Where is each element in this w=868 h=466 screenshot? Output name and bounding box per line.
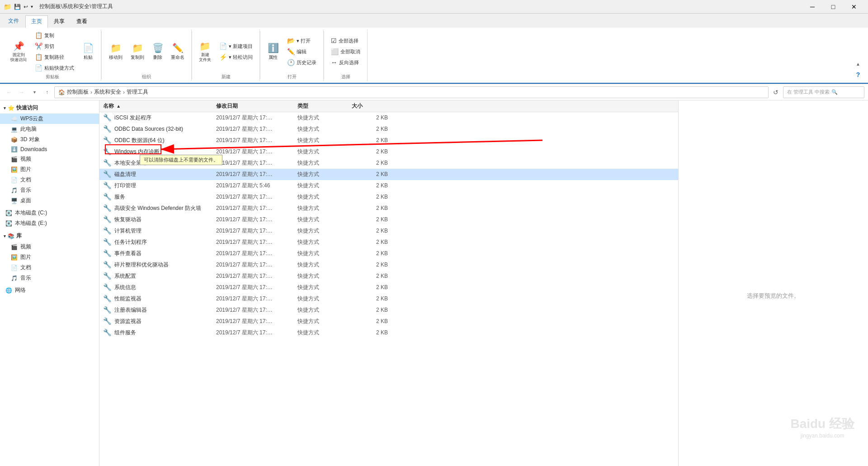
select-all-button[interactable]: ☑全部选择 [328, 36, 363, 46]
tab-view[interactable]: 查看 [71, 15, 93, 28]
tab-file[interactable]: 文件 [2, 15, 25, 28]
invert-selection-button[interactable]: ↔反向选择 [328, 57, 363, 67]
sidebar-item-lib-music[interactable]: 🎵 音乐 [0, 273, 99, 283]
file-icon: 🔧 [103, 249, 112, 257]
search-box[interactable]: 在 管理工具 中搜索 🔍 [783, 86, 864, 98]
delete-button[interactable]: 🗑️ 删除 [149, 40, 167, 63]
properties-button[interactable]: ℹ️ 属性 [264, 40, 282, 63]
table-row[interactable]: 🔧注册表编辑器2019/12/7 星期六 17:…快捷方式2 KB [99, 304, 678, 316]
paste-shortcut-button[interactable]: 📄粘贴快捷方式 [32, 63, 77, 73]
paste-button[interactable]: 📄 粘贴 [79, 40, 97, 63]
table-row[interactable]: 🔧计算机管理2019/12/7 星期六 17:…快捷方式2 KB [99, 225, 678, 237]
table-row[interactable]: 🔧系统信息2019/12/7 星期六 17:…快捷方式2 KB [99, 282, 678, 293]
sidebar-item-drive-e[interactable]: 💽 本地磁盘 (E:) [0, 218, 99, 228]
table-row[interactable]: 🔧Windows 内存诊断2019/12/7 星期六 17:…快捷方式2 KB [99, 146, 678, 157]
table-row[interactable]: 🔧任务计划程序2019/12/7 星期六 17:…快捷方式2 KB [99, 237, 678, 248]
cut-button[interactable]: ✂️剪切 [32, 41, 77, 51]
close-button[interactable]: ✕ [844, 0, 864, 14]
file-size: 2 KB [352, 216, 388, 223]
path-admin-tools[interactable]: 管理工具 [127, 88, 148, 96]
pin-quick-access-button[interactable]: 📌 固定到快速访问 [7, 40, 30, 63]
sidebar-item-desktop[interactable]: 🖥️ 桌面 [0, 195, 99, 206]
path-control-panel[interactable]: 控制面板 [67, 88, 89, 96]
file-name: 系统配置 [114, 272, 136, 280]
maximize-button[interactable]: □ [823, 0, 844, 14]
table-row[interactable]: 🔧iSCSI 发起程序2019/12/7 星期六 17:…快捷方式2 KB [99, 112, 678, 124]
lib-music-icon: 🎵 [11, 275, 18, 281]
table-row[interactable]: 🔧事件查看器2019/12/7 星期六 17:…快捷方式2 KB [99, 248, 678, 259]
col-header-name[interactable]: 名称 ▲ [103, 102, 216, 110]
file-size: 2 KB [352, 228, 388, 234]
address-path[interactable]: 🏠 控制面板 › 系统和安全 › 管理工具 [54, 86, 769, 98]
table-row[interactable]: 🔧本地安全策略2019/12/7 星期六 17:…快捷方式2 KB [99, 157, 678, 169]
help-button[interactable]: ? [853, 69, 863, 80]
table-row[interactable]: 🔧ODBC Data Sources (32-bit)2019/12/7 星期六… [99, 124, 678, 135]
table-row[interactable]: 🔧恢复驱动器2019/12/7 星期六 17:…快捷方式2 KB [99, 214, 678, 225]
collapse-ribbon-button[interactable]: ▲ [853, 58, 863, 69]
move-to-button[interactable]: 📁 移动到 [105, 40, 126, 63]
path-home-icon: 🏠 [58, 89, 65, 95]
sidebar-item-pictures[interactable]: 🖼️ 图片 [0, 164, 99, 175]
easy-access-button[interactable]: ⚡▾ 轻松访问 [216, 52, 256, 62]
sidebar-section-quickaccess[interactable]: ▾ ⭐ 快速访问 [0, 102, 99, 114]
file-name: 任务计划程序 [114, 238, 147, 246]
refresh-button[interactable]: ↺ [770, 87, 781, 98]
recent-locations-button[interactable]: ▾ [29, 87, 40, 98]
copy-button[interactable]: 📋复制 [32, 30, 77, 40]
easy-access-icon: ⚡ [219, 53, 227, 61]
file-date: 2019/12/7 星期六 17:… [216, 114, 297, 122]
table-row[interactable]: 🔧性能监视器2019/12/7 星期六 17:…快捷方式2 KB [99, 293, 678, 304]
back-button[interactable]: ← [4, 87, 14, 98]
up-button[interactable]: ↑ [42, 87, 52, 98]
history-icon: 🕐 [287, 59, 295, 66]
new-item-button[interactable]: 📄▾ 新建项目 [216, 41, 256, 51]
tab-share[interactable]: 共享 [48, 15, 71, 28]
sidebar-item-network[interactable]: 🌐 网络 [0, 285, 99, 295]
quick-access-undo[interactable]: ↩ [24, 4, 28, 10]
col-header-size[interactable]: 大小 [352, 102, 388, 110]
sidebar-section-library[interactable]: ▾ 📚 库 [0, 230, 99, 242]
table-row[interactable]: 🔧ODBC 数据源(64 位)2019/12/7 星期六 17:…快捷方式2 K… [99, 135, 678, 146]
new-folder-button[interactable]: 📁 新建文件夹 [196, 40, 214, 63]
history-button[interactable]: 🕐历史记录 [284, 57, 320, 67]
deselect-all-button[interactable]: ⬜全部取消 [328, 47, 363, 57]
wps-label: WPS云盘 [20, 115, 43, 123]
minimize-button[interactable]: ─ [802, 0, 823, 14]
sidebar-item-thispc[interactable]: 💻 此电脑 [0, 124, 99, 134]
sidebar-item-3dobjects[interactable]: 📦 3D 对象 [0, 134, 99, 145]
table-row[interactable]: 🔧系统配置2019/12/7 星期六 17:…快捷方式2 KB [99, 271, 678, 282]
edit-button[interactable]: ✏️编辑 [284, 47, 320, 57]
table-row[interactable]: 🔧组件服务2019/12/7 星期六 17:…快捷方式2 KB [99, 327, 678, 338]
copy-to-button[interactable]: 📁 复制到 [127, 40, 148, 63]
sidebar-item-documents[interactable]: 📄 文档 [0, 175, 99, 185]
file-date: 2019/12/7 星期六 17:… [216, 329, 297, 337]
col-header-date[interactable]: 修改日期 [216, 102, 297, 110]
rename-button[interactable]: ✏️ 重命名 [168, 40, 188, 63]
path-system-security[interactable]: 系统和安全 [94, 88, 121, 96]
table-row[interactable]: 🔧高级安全 Windows Defender 防火墙2019/12/7 星期六 … [99, 203, 678, 214]
quick-access-dropdown[interactable]: ▾ [31, 4, 33, 9]
sidebar-item-lib-pictures[interactable]: 🖼️ 图片 [0, 252, 99, 262]
col-header-type[interactable]: 类型 [297, 102, 352, 110]
ribbon: 文件 主页 共享 查看 📌 固定到快速访问 📋复制 [0, 14, 868, 84]
lib-videos-label: 视频 [20, 243, 31, 251]
table-row[interactable]: 🔧打印管理2019/12/7 星期六 5:46快捷方式2 KB [99, 180, 678, 191]
table-row[interactable]: 🔧磁盘清理2019/12/7 星期六 17:…快捷方式2 KB [99, 169, 678, 180]
sidebar-item-downloads[interactable]: ⬇️ Downloads [0, 145, 99, 154]
quick-access-save[interactable]: 💾 [14, 4, 21, 10]
copy-path-button[interactable]: 📋复制路径 [32, 52, 77, 62]
sidebar-item-drive-c[interactable]: 💽 本地磁盘 (C:) [0, 208, 99, 218]
sidebar-item-wps[interactable]: ☁️ WPS云盘 [0, 114, 99, 124]
tab-home[interactable]: 主页 [25, 15, 48, 28]
open-button[interactable]: 📂▾ 打开 [284, 36, 320, 46]
sidebar-item-music[interactable]: 🎵 音乐 [0, 185, 99, 195]
file-size: 2 KB [352, 114, 388, 121]
table-row[interactable]: 🔧碎片整理和优化驱动器2019/12/7 星期六 17:…快捷方式2 KB [99, 259, 678, 271]
ribbon-group-select: ☑全部选择 ⬜全部取消 ↔反向选择 选择 [324, 29, 368, 81]
sidebar-item-videos[interactable]: 🎬 视频 [0, 154, 99, 164]
table-row[interactable]: 🔧资源监视器2019/12/7 星期六 17:…快捷方式2 KB [99, 316, 678, 327]
forward-button[interactable]: → [16, 87, 27, 98]
table-row[interactable]: 🔧服务2019/12/7 星期六 17:…快捷方式2 KB [99, 191, 678, 203]
sidebar-item-lib-videos[interactable]: 🎬 视频 [0, 242, 99, 252]
sidebar-item-lib-documents[interactable]: 📄 文档 [0, 262, 99, 273]
